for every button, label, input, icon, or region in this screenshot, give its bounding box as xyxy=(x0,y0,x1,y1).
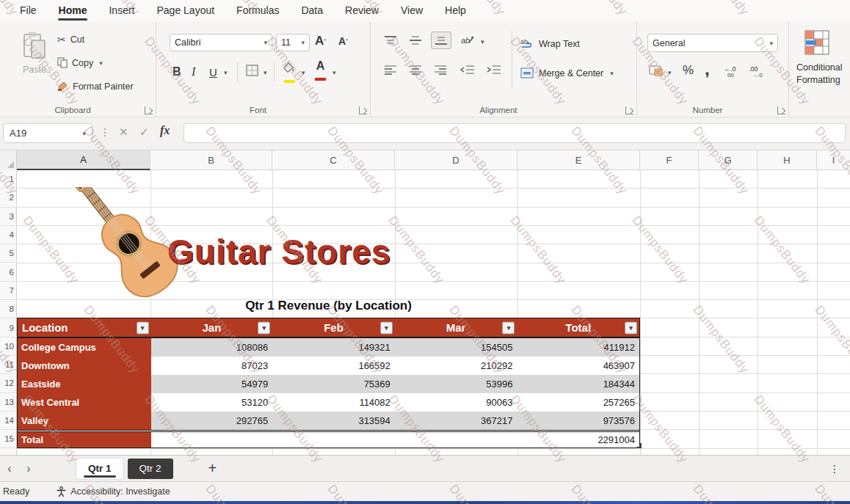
cell-location[interactable]: College Campus xyxy=(18,338,151,357)
percent-style-button[interactable]: % xyxy=(683,63,694,78)
alignment-dialog-launcher[interactable] xyxy=(625,106,633,114)
cell-feb[interactable]: 313594 xyxy=(272,412,395,430)
row-header-4[interactable]: 4 xyxy=(0,226,17,244)
cell-jan[interactable]: 108086 xyxy=(151,338,273,357)
fill-color-button[interactable] xyxy=(283,62,296,86)
top-align-button[interactable] xyxy=(384,35,397,45)
filter-dropdown-icon[interactable]: ▾ xyxy=(380,321,393,334)
align-left-button[interactable] xyxy=(384,65,397,75)
column-header-D[interactable]: D xyxy=(395,150,517,170)
column-header-G[interactable]: G xyxy=(699,150,758,170)
table-resize-handle[interactable] xyxy=(636,443,642,448)
accessibility-status[interactable]: Accessibility: Investigate xyxy=(56,486,170,497)
cell-feb[interactable]: 114082 xyxy=(272,393,395,412)
ribbon-tab-file[interactable]: File xyxy=(10,1,46,21)
cell-location[interactable]: Downtown xyxy=(18,357,151,375)
row-header-9[interactable]: 9 xyxy=(0,318,17,337)
decrease-indent-button[interactable] xyxy=(460,65,475,75)
namebox-splitter[interactable]: ⋮ xyxy=(100,126,110,138)
cell-feb[interactable]: 149321 xyxy=(272,338,395,357)
format-painter-button[interactable]: Format Painter xyxy=(57,81,134,92)
ribbon-tab-home[interactable]: Home xyxy=(49,1,97,21)
name-box[interactable]: A19 ▾ xyxy=(3,123,92,143)
table-header-total[interactable]: Total▾ xyxy=(517,318,639,337)
cell-jan[interactable]: 54979 xyxy=(151,375,273,393)
conditional-formatting-label[interactable]: ConditionalFormatting xyxy=(789,62,850,87)
total-feb[interactable] xyxy=(272,432,395,448)
ribbon-tab-view[interactable]: View xyxy=(391,1,432,21)
table-header-mar[interactable]: Mar▾ xyxy=(395,318,517,337)
cell-mar[interactable]: 210292 xyxy=(395,357,517,375)
filter-dropdown-icon[interactable]: ▾ xyxy=(502,321,515,334)
row-header-5[interactable]: 5 xyxy=(0,244,17,263)
sheet-tab-qtr1[interactable]: Qtr 1 xyxy=(76,459,123,479)
ribbon-tab-formulas[interactable]: Formulas xyxy=(227,1,288,21)
cell-total[interactable]: 411912 xyxy=(517,338,639,357)
row-header-1[interactable]: 1 xyxy=(0,170,17,189)
tabbar-more-icon[interactable]: ⋮ xyxy=(829,463,840,475)
cell-feb[interactable]: 75369 xyxy=(272,375,395,393)
cell-location[interactable]: West Central xyxy=(18,393,151,412)
cell-location[interactable]: Valley xyxy=(18,412,151,430)
increase-decimal-button[interactable]: ←.000 xyxy=(724,65,741,77)
revenue-table[interactable]: Location▾Jan▾Feb▾Mar▾Total▾ College Camp… xyxy=(17,318,641,448)
cell-location[interactable]: Eastside xyxy=(18,375,151,393)
increase-indent-button[interactable] xyxy=(487,65,501,75)
column-header-I[interactable]: I xyxy=(817,150,850,170)
ribbon-tab-page-layout[interactable]: Page Layout xyxy=(147,1,224,21)
cell-total[interactable]: 257265 xyxy=(517,393,639,412)
comma-style-button[interactable]: , xyxy=(705,59,710,79)
grow-font-button[interactable]: Aˆ xyxy=(315,32,326,50)
number-dialog-launcher[interactable] xyxy=(777,106,785,114)
cell-jan[interactable]: 292765 xyxy=(151,412,273,430)
clipboard-dialog-launcher[interactable] xyxy=(145,106,153,114)
total-mar[interactable] xyxy=(395,432,517,448)
align-center-button[interactable] xyxy=(409,65,422,75)
ribbon-tab-help[interactable]: Help xyxy=(435,1,476,21)
enter-icon[interactable]: ✓ xyxy=(139,125,149,139)
row-header-12[interactable]: 12 xyxy=(0,374,17,392)
new-sheet-icon[interactable]: + xyxy=(208,460,217,477)
cell-mar[interactable]: 90063 xyxy=(395,393,517,412)
filter-dropdown-icon[interactable]: ▾ xyxy=(137,321,149,334)
cell-total[interactable]: 184344 xyxy=(517,375,639,393)
font-size-combo[interactable]: 11▾ xyxy=(276,34,310,51)
column-header-F[interactable]: F xyxy=(640,150,699,170)
paste-button[interactable]: Paste xyxy=(16,31,53,98)
filter-dropdown-icon[interactable]: ▾ xyxy=(625,321,637,334)
table-header-location[interactable]: Location▾ xyxy=(18,318,151,337)
total-jan[interactable] xyxy=(151,432,273,448)
orientation-button[interactable]: ab xyxy=(460,34,475,45)
row-header-11[interactable]: 11 xyxy=(0,356,17,374)
cell-total[interactable]: 463907 xyxy=(517,357,639,375)
cut-button[interactable]: ✂ Cut xyxy=(57,34,84,45)
column-header-H[interactable]: H xyxy=(758,150,817,170)
prev-sheet-icon[interactable]: ‹ xyxy=(0,462,19,475)
cell-feb[interactable]: 166592 xyxy=(272,357,395,375)
font-color-button[interactable]: A xyxy=(315,60,326,82)
column-header-A[interactable]: A xyxy=(17,150,150,170)
cancel-icon[interactable]: ✕ xyxy=(119,125,128,139)
total-total[interactable]: 2291004 xyxy=(517,432,639,448)
row-header-2[interactable]: 2 xyxy=(0,189,17,207)
shrink-font-button[interactable]: Aˇ xyxy=(338,32,348,50)
font-dialog-launcher[interactable] xyxy=(359,106,367,114)
row-header-14[interactable]: 14 xyxy=(0,412,17,430)
row-header-10[interactable]: 10 xyxy=(0,337,17,356)
bold-button[interactable]: B xyxy=(172,63,181,81)
ribbon-tab-insert[interactable]: Insert xyxy=(99,1,144,21)
decrease-decimal-button[interactable]: .00→.0 xyxy=(749,65,766,77)
number-format-combo[interactable]: General▾ xyxy=(647,34,778,52)
total-label[interactable]: Total xyxy=(18,432,151,448)
merge-center-button[interactable]: Merge & Center ▾ xyxy=(520,67,614,78)
row-header-6[interactable]: 6 xyxy=(0,263,17,282)
wrap-text-button[interactable]: ab Wrap Text xyxy=(520,38,580,49)
row-header-7[interactable]: 7 xyxy=(0,282,17,300)
formula-input[interactable] xyxy=(184,123,846,143)
sheet-tab-qtr2[interactable]: Qtr 2 xyxy=(128,459,173,479)
italic-button[interactable]: I xyxy=(192,63,195,81)
row-header-13[interactable]: 13 xyxy=(0,393,17,412)
filter-dropdown-icon[interactable]: ▾ xyxy=(258,321,270,334)
table-header-feb[interactable]: Feb▾ xyxy=(272,318,395,337)
conditional-formatting-button[interactable] xyxy=(802,29,832,57)
